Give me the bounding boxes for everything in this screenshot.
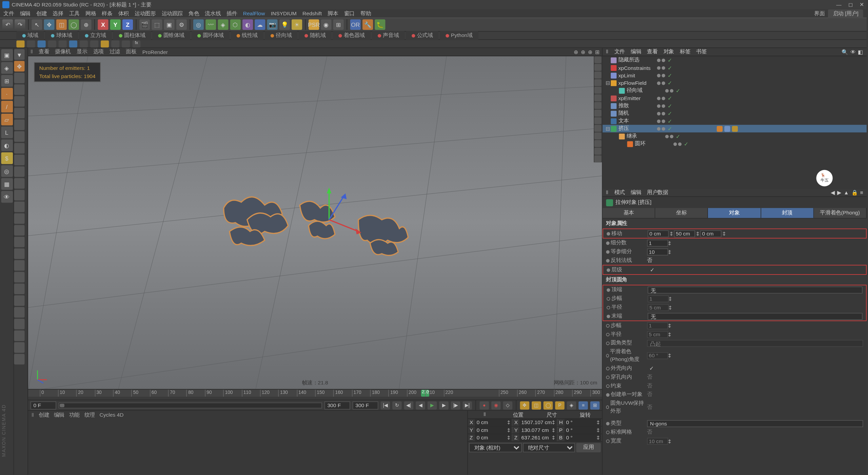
recent-tool[interactable]: ⊕	[81, 19, 91, 30]
t-btn-fx[interactable]: fx	[132, 40, 140, 47]
vp-menu-panel[interactable]: 面板	[126, 48, 136, 56]
rs-7[interactable]	[594, 102, 601, 109]
mat-tab-edit[interactable]: 编辑	[54, 411, 64, 418]
or-button[interactable]: OR	[350, 19, 361, 30]
obj-xpConstraints[interactable]: xpConstraints✓	[603, 64, 867, 71]
viewport-solo[interactable]: 👁	[1, 191, 13, 203]
m23[interactable]	[14, 330, 24, 341]
move-z-input[interactable]	[701, 230, 722, 237]
rs-6[interactable]	[594, 94, 601, 101]
tool1-button[interactable]: 🔧	[362, 19, 373, 30]
m20[interactable]	[14, 295, 24, 306]
coords-mode-select[interactable]: 对象 (相对)	[469, 443, 521, 453]
next-frame[interactable]: ▶	[439, 401, 449, 409]
obj-xpLimit[interactable]: xpLimit✓	[603, 72, 867, 79]
axis-z-button[interactable]: Z	[122, 19, 133, 30]
rs-13[interactable]	[594, 148, 601, 155]
m7[interactable]	[14, 143, 24, 153]
menu-10[interactable]: 角色	[189, 10, 199, 17]
rs-1[interactable]	[594, 56, 601, 63]
end-frame-input-1[interactable]	[324, 401, 350, 409]
menu-14[interactable]: INSYDIUM	[271, 11, 297, 16]
key-param[interactable]: P	[555, 401, 565, 409]
iso-input[interactable]	[647, 248, 668, 255]
viewport-3d[interactable]: Number of emitters: 1 Total live particl…	[28, 56, 602, 389]
rs-10[interactable]	[594, 125, 601, 132]
mat-tab-texture[interactable]: 纹理	[84, 411, 95, 418]
m21[interactable]	[14, 307, 24, 318]
t-btn-5[interactable]	[59, 40, 67, 47]
menu-1[interactable]: 编辑	[20, 10, 31, 17]
rs-11[interactable]	[594, 132, 601, 139]
menu-3[interactable]: 选择	[53, 10, 63, 17]
end-frame-input-2[interactable]	[353, 401, 378, 409]
nav-back[interactable]: ◀	[831, 190, 835, 195]
t-btn-6[interactable]	[69, 40, 77, 47]
grip-icon[interactable]: ⫴	[606, 189, 608, 196]
vp-menu-display[interactable]: 显示	[77, 48, 87, 56]
menu-16[interactable]: 脚本	[328, 10, 338, 17]
field-tab-9[interactable]: 着色器域	[333, 31, 371, 40]
obj-menu-tags[interactable]: 标签	[680, 48, 690, 56]
obj-隐藏所选[interactable]: 隐藏所选✓	[603, 56, 867, 64]
t-btn-4[interactable]	[48, 40, 56, 47]
rs-12[interactable]	[594, 140, 601, 147]
fillet-type-dropdown[interactable]: 凸起	[647, 340, 863, 347]
hole-value[interactable]: 否	[647, 373, 652, 381]
m12[interactable]	[14, 202, 24, 212]
move-tool-2[interactable]: ✥	[14, 61, 24, 72]
generator2-button[interactable]: ⬡	[230, 19, 241, 30]
move-tool[interactable]: ✥	[44, 19, 55, 30]
obj-menu-bookmarks[interactable]: 书签	[696, 48, 707, 56]
m25[interactable]	[14, 354, 24, 364]
m14[interactable]	[14, 225, 24, 235]
field-tab-3[interactable]: 圆柱体域	[113, 31, 151, 40]
workplane-button[interactable]: ⊞	[333, 19, 344, 30]
menu-2[interactable]: 创建	[36, 10, 47, 17]
menu-0[interactable]: 文件	[3, 10, 14, 17]
point-mode[interactable]: ·	[1, 88, 13, 100]
filter-icon[interactable]: 👁	[850, 49, 856, 55]
m24[interactable]	[14, 342, 24, 353]
t-btn-10[interactable]	[111, 40, 119, 47]
spline-button[interactable]: 〰	[205, 19, 216, 30]
lock-icon[interactable]: 🔒	[851, 190, 858, 195]
nav-up[interactable]: ▲	[844, 190, 849, 195]
grid-value[interactable]: 否	[647, 428, 652, 436]
attr-tab-coord[interactable]: 坐标	[655, 208, 708, 218]
menu-11[interactable]: 流水线	[205, 10, 221, 17]
m11[interactable]	[14, 190, 24, 201]
width-input[interactable]	[647, 437, 668, 444]
scale-tool[interactable]: ◫	[56, 19, 67, 30]
t-btn-1[interactable]	[16, 40, 24, 47]
make-editable[interactable]: ▼	[14, 49, 24, 60]
menu-7[interactable]: 体积	[118, 10, 129, 17]
model-mode[interactable]: ▣	[1, 49, 13, 61]
light2-button[interactable]: ☀	[292, 19, 302, 30]
render-pv-button[interactable]: ▣	[164, 19, 175, 30]
mat-tab-function[interactable]: 功能	[69, 411, 80, 418]
rs-3[interactable]	[594, 72, 601, 79]
field-tab-4[interactable]: 圆锥体域	[152, 31, 190, 40]
goto-start[interactable]: |◀	[381, 401, 390, 409]
obj-menu-file[interactable]: 文件	[614, 48, 625, 56]
vp-menu-prorender[interactable]: ProRender	[142, 49, 168, 55]
axis-y-button[interactable]: Y	[110, 19, 121, 30]
field-tab-7[interactable]: 径向域	[265, 31, 298, 40]
field-tab-2[interactable]: 立方域	[79, 31, 112, 40]
vp-nav-1[interactable]: ⊕	[574, 49, 578, 55]
camera-button[interactable]: 📷	[267, 19, 278, 30]
t-btn-2[interactable]	[27, 40, 35, 47]
tool2-button[interactable]: 🐛	[375, 19, 385, 30]
m6[interactable]	[14, 131, 24, 142]
deformer-button[interactable]: ◐	[242, 19, 253, 30]
timeline[interactable]: 210 010203040506070809010011012013014015…	[28, 390, 602, 397]
field-tab-6[interactable]: 线性域	[231, 31, 263, 40]
rs-5[interactable]	[594, 87, 601, 94]
attr-menu-edit[interactable]: 编辑	[631, 189, 641, 196]
search-icon[interactable]: 🔍	[842, 49, 848, 55]
rotate-tool[interactable]: ◯	[68, 19, 79, 30]
coords-size-mode-select[interactable]: 绝对尺寸	[522, 443, 575, 453]
key-scale[interactable]: ◫	[532, 401, 541, 409]
close-button[interactable]: ✕	[860, 2, 864, 7]
